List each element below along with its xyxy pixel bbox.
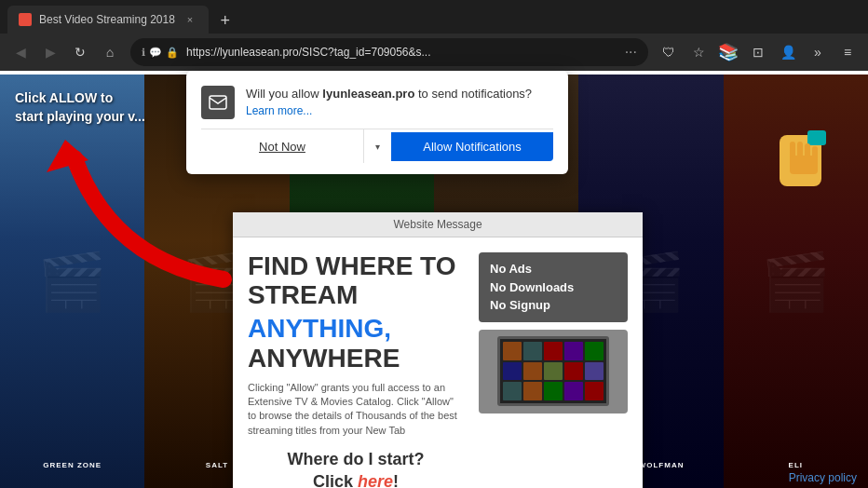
sync-icon[interactable]: ⊡: [745, 39, 771, 65]
svg-rect-8: [210, 96, 226, 109]
website-message-left: FIND WHERE TO STREAM ANYTHING, ANYWHERE …: [248, 252, 464, 488]
website-headline-2: ANYTHING, ANYWHERE: [248, 314, 464, 373]
website-description: Clicking "Allow" grants you full access …: [248, 381, 464, 439]
notification-text-block: Will you allow lyunleasean.pro to send n…: [246, 86, 532, 117]
learn-more-link[interactable]: Learn more...: [246, 104, 532, 117]
website-cta: Where do I start? Click here!: [248, 449, 464, 488]
website-cta-line2: Click: [313, 472, 358, 488]
hand-cursor-icon: [775, 130, 826, 191]
website-laptop-image: [479, 330, 628, 413]
website-message-right: No Ads No Downloads No Signup: [479, 252, 628, 488]
new-tab-button[interactable]: +: [212, 7, 238, 34]
tab-close-button[interactable]: ×: [183, 12, 197, 27]
website-anything-text: ANYTHING,: [248, 314, 391, 343]
nav-bar: ◀ ▶ ↻ ⌂ ℹ 💬 🔒 https://lyunleasean.pro/SI…: [0, 34, 868, 71]
notification-actions: Not Now ▾ Allow Notifications: [201, 129, 553, 163]
notification-message-icon: [201, 86, 235, 119]
not-now-dropdown-button[interactable]: ▾: [363, 129, 391, 163]
tab-favicon: [19, 13, 32, 26]
notification-domain: lyunleasean.pro: [322, 87, 414, 101]
notification-message: Will you allow lyunleasean.pro to send n…: [246, 86, 532, 102]
forward-button[interactable]: ▶: [37, 39, 63, 65]
shield-icon[interactable]: 🛡: [656, 39, 682, 65]
library-icon[interactable]: 📚: [715, 39, 741, 65]
website-headline-1: FIND WHERE TO STREAM: [248, 252, 464, 310]
laptop-screen: [497, 336, 609, 406]
website-message-popup: Website Message FIND WHERE TO STREAM ANY…: [233, 212, 643, 488]
lock-icon: 🔒: [166, 47, 179, 59]
address-bar[interactable]: ℹ 💬 🔒 https://lyunleasean.pro/SISC?tag_i…: [130, 38, 648, 66]
address-text: https://lyunleasean.pro/SISC?tag_id=7090…: [186, 46, 617, 59]
allow-notifications-button[interactable]: Allow Notifications: [391, 132, 553, 161]
back-button[interactable]: ◀: [7, 39, 34, 65]
not-now-button[interactable]: Not Now: [201, 132, 363, 161]
svg-rect-2: [807, 130, 826, 145]
bookmark-icon[interactable]: ☆: [685, 39, 712, 65]
info-icon: ℹ: [142, 47, 145, 59]
notification-header: Will you allow lyunleasean.pro to send n…: [201, 86, 553, 119]
website-badge: No Ads No Downloads No Signup: [479, 252, 628, 322]
refresh-button[interactable]: ↻: [67, 39, 93, 65]
address-security-icons: ℹ 💬 🔒: [142, 47, 179, 59]
notification-popup: Will you allow lyunleasean.pro to send n…: [186, 71, 568, 174]
website-anywhere-text: ANYWHERE: [248, 344, 400, 373]
home-button[interactable]: ⌂: [97, 39, 123, 65]
active-tab[interactable]: Best Video Streaming 2018 ×: [7, 6, 209, 34]
menu-icon[interactable]: ≡: [834, 39, 861, 65]
website-cta-suffix: !: [393, 472, 399, 488]
website-cta-line1: Where do I start?: [287, 450, 424, 468]
nav-toolbar-icons: 🛡 ☆ 📚 ⊡ 👤 » ≡: [656, 39, 861, 65]
tab-title: Best Video Streaming 2018: [39, 13, 175, 26]
address-more-button[interactable]: ···: [625, 44, 637, 61]
message-icon: 💬: [149, 47, 162, 59]
website-message-header: Website Message: [233, 212, 643, 237]
privacy-policy-link[interactable]: Privacy policy: [789, 471, 857, 484]
website-cta-here: here: [358, 472, 393, 488]
website-message-body: FIND WHERE TO STREAM ANYTHING, ANYWHERE …: [233, 237, 643, 488]
browser-chrome: Best Video Streaming 2018 × + ◀ ▶ ↻ ⌂ ℹ …: [0, 0, 868, 71]
tab-bar: Best Video Streaming 2018 × +: [0, 0, 868, 34]
more-tools-icon[interactable]: »: [805, 39, 831, 65]
account-icon[interactable]: 👤: [775, 39, 801, 65]
svg-rect-7: [790, 156, 818, 174]
